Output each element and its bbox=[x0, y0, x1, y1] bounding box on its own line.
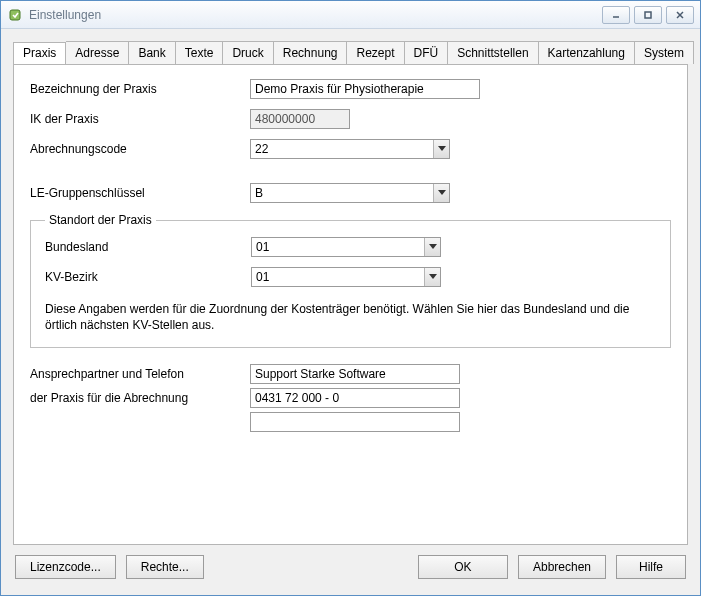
svg-marker-8 bbox=[429, 274, 437, 279]
ok-button[interactable]: OK bbox=[418, 555, 508, 579]
ansprechpartner-label-1: Ansprechpartner und Telefon bbox=[30, 367, 250, 381]
tab-adresse[interactable]: Adresse bbox=[66, 41, 129, 64]
tab-rechnung[interactable]: Rechnung bbox=[274, 41, 348, 64]
tab-rezept[interactable]: Rezept bbox=[347, 41, 404, 64]
tab-dfu[interactable]: DFÜ bbox=[405, 41, 449, 64]
chevron-down-icon bbox=[433, 140, 449, 158]
window-controls bbox=[602, 6, 694, 24]
window-title: Einstellungen bbox=[29, 8, 602, 22]
app-icon bbox=[7, 7, 23, 23]
abrechnungscode-label: Abrechnungscode bbox=[30, 142, 250, 156]
titlebar: Einstellungen bbox=[1, 1, 700, 29]
svg-rect-2 bbox=[645, 12, 651, 18]
close-button[interactable] bbox=[666, 6, 694, 24]
content: Praxis Adresse Bank Texte Druck Rechnung… bbox=[1, 29, 700, 595]
bundesland-value: 01 bbox=[256, 240, 269, 254]
extra-input[interactable] bbox=[250, 412, 460, 432]
ansprechpartner-label-2: der Praxis für die Abrechnung bbox=[30, 391, 250, 405]
svg-marker-6 bbox=[438, 190, 446, 195]
abbrechen-button[interactable]: Abbrechen bbox=[518, 555, 606, 579]
bundesland-select[interactable]: 01 bbox=[251, 237, 441, 257]
svg-marker-7 bbox=[429, 244, 437, 249]
telefon-input[interactable] bbox=[250, 388, 460, 408]
chevron-down-icon bbox=[433, 184, 449, 202]
standort-legend: Standort der Praxis bbox=[45, 213, 156, 227]
tab-strip: Praxis Adresse Bank Texte Druck Rechnung… bbox=[13, 41, 688, 65]
kv-value: 01 bbox=[256, 270, 269, 284]
svg-marker-5 bbox=[438, 146, 446, 151]
settings-window: Einstellungen Praxis Adresse Bank Texte … bbox=[0, 0, 701, 596]
maximize-button[interactable] bbox=[634, 6, 662, 24]
kv-label: KV-Bezirk bbox=[45, 270, 251, 284]
chevron-down-icon bbox=[424, 238, 440, 256]
bezeichnung-input[interactable] bbox=[250, 79, 480, 99]
abrechnungscode-select[interactable]: 22 bbox=[250, 139, 450, 159]
tab-texte[interactable]: Texte bbox=[176, 41, 224, 64]
dialog-footer: Lizenzcode... Rechte... OK Abbrechen Hil… bbox=[13, 555, 688, 583]
ik-input bbox=[250, 109, 350, 129]
tab-system[interactable]: System bbox=[635, 41, 694, 64]
le-select[interactable]: B bbox=[250, 183, 450, 203]
svg-rect-0 bbox=[10, 10, 20, 20]
lizenzcode-button[interactable]: Lizenzcode... bbox=[15, 555, 116, 579]
tab-druck[interactable]: Druck bbox=[223, 41, 273, 64]
standort-fieldset: Standort der Praxis Bundesland 01 KV-Bez… bbox=[30, 213, 671, 348]
tab-kartenzahlung[interactable]: Kartenzahlung bbox=[539, 41, 635, 64]
tab-bank[interactable]: Bank bbox=[129, 41, 175, 64]
hilfe-button[interactable]: Hilfe bbox=[616, 555, 686, 579]
le-label: LE-Gruppenschlüssel bbox=[30, 186, 250, 200]
ik-label: IK der Praxis bbox=[30, 112, 250, 126]
minimize-button[interactable] bbox=[602, 6, 630, 24]
rechte-button[interactable]: Rechte... bbox=[126, 555, 204, 579]
kv-select[interactable]: 01 bbox=[251, 267, 441, 287]
bezeichnung-label: Bezeichnung der Praxis bbox=[30, 82, 250, 96]
bundesland-label: Bundesland bbox=[45, 240, 251, 254]
abrechnungscode-value: 22 bbox=[255, 142, 268, 156]
chevron-down-icon bbox=[424, 268, 440, 286]
ansprechpartner-input[interactable] bbox=[250, 364, 460, 384]
standort-info-text: Diese Angaben werden für die Zuordnung d… bbox=[45, 301, 656, 333]
le-value: B bbox=[255, 186, 263, 200]
tab-schnittstellen[interactable]: Schnittstellen bbox=[448, 41, 538, 64]
tab-panel-praxis: Bezeichnung der Praxis IK der Praxis Abr… bbox=[13, 64, 688, 545]
tab-praxis[interactable]: Praxis bbox=[13, 42, 66, 65]
